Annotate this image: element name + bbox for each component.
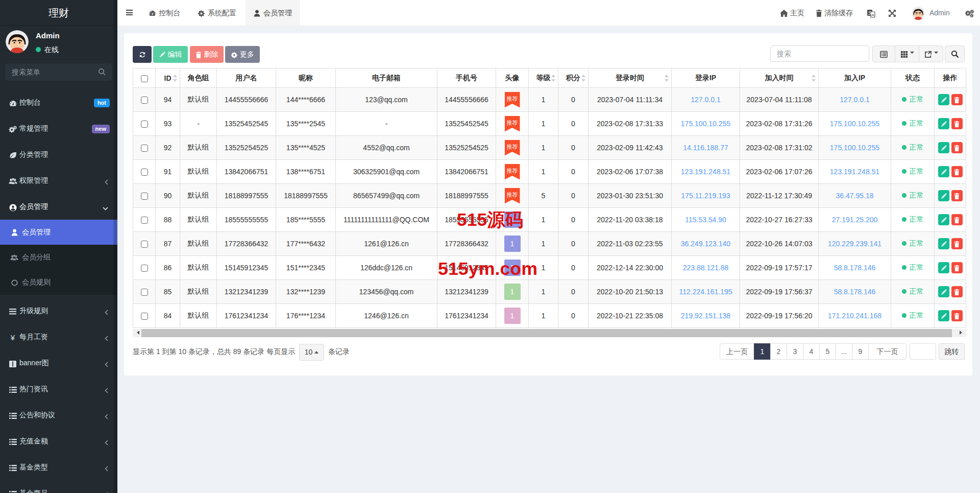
svg-text:A: A bbox=[872, 12, 875, 17]
